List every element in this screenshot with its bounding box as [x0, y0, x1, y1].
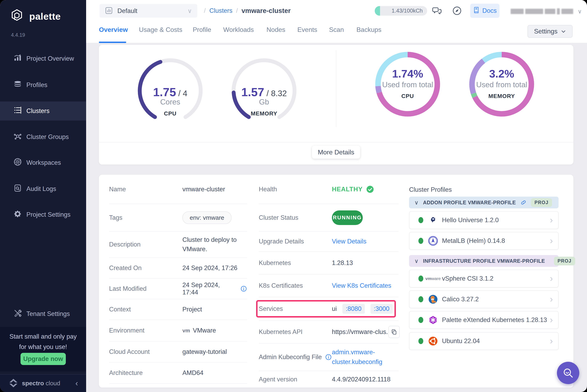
tab-scan[interactable]: Scan: [329, 26, 344, 34]
clusters-icon: [14, 106, 22, 116]
memory-used-value: 1.57: [241, 86, 264, 98]
field-label: Health: [259, 186, 277, 193]
field-label: Last Modified: [109, 285, 146, 292]
tag-chip[interactable]: env: vmware: [182, 212, 231, 224]
collapse-sidebar-icon[interactable]: ‹: [75, 379, 78, 388]
field-label: Kubernetes: [259, 259, 291, 266]
more-details-button[interactable]: More Details: [312, 146, 360, 159]
addon-profile-header[interactable]: ∨ ADDON PROFILE VMWARE-PROFILE PROJ: [409, 196, 558, 208]
top-bar: Default ∨ / Clusters / vmware-cluster 1.…: [86, 0, 587, 43]
cluster-status-badge: RUNNING: [332, 210, 363, 225]
service-port-link-3000[interactable]: :3000: [371, 304, 393, 314]
tab-events[interactable]: Events: [297, 26, 317, 34]
profile-layer-ubuntu[interactable]: Ubuntu 22.04 ›: [409, 332, 558, 350]
profile-layer-vsphere-csi[interactable]: vmware vSphere CSI 3.1.2 ›: [409, 270, 558, 288]
layers-icon: [14, 80, 22, 90]
cpu-used-value: 1.75: [153, 86, 176, 98]
vmware-logo: vm: [182, 328, 190, 334]
chevron-down-icon: [561, 29, 566, 34]
breadcrumb-separator: /: [204, 7, 206, 14]
divider: [99, 142, 573, 142]
memory-donut-subtitle: Used from total: [467, 80, 536, 89]
profile-header-label: ADDON PROFILE VMWARE-PROFILE: [423, 200, 516, 206]
profile-layer-palette-extended-kubernetes[interactable]: Palette eXtended Kubernetes 1.28.13 ›: [409, 311, 558, 329]
link-icon[interactable]: [520, 200, 526, 206]
magnifier-smile-icon: [562, 367, 574, 379]
sidebar-item-project-overview[interactable]: Project Overview: [0, 51, 86, 66]
settings-button[interactable]: Settings: [527, 25, 572, 38]
tab-nodes[interactable]: Nodes: [266, 26, 285, 34]
context-value: Project: [182, 306, 202, 313]
profile-layer-hello-universe[interactable]: Hello Universe 1.2.0 ›: [409, 211, 558, 229]
sidebar-item-label: Clusters: [27, 107, 50, 115]
audit-search-icon: [14, 184, 22, 194]
memory-usage-donut: 3.2% Used from total MEMORY: [467, 50, 536, 119]
cluster-profiles-title: Cluster Profiles: [409, 186, 452, 193]
field-label: Environment: [109, 327, 144, 334]
tools-icon: [14, 309, 22, 319]
service-port-link-8080[interactable]: :8080: [343, 304, 365, 314]
tab-usage-costs[interactable]: Usage & Costs: [139, 26, 182, 34]
sidebar-item-workspaces[interactable]: Workspaces: [0, 155, 86, 171]
copy-icon: [391, 329, 397, 335]
upgrade-promo: Start small and only pay for what you us…: [0, 327, 86, 372]
memory-caption: MEMORY: [229, 109, 299, 118]
upgrade-now-button[interactable]: Upgrade now: [21, 353, 66, 365]
breadcrumb-clusters-link[interactable]: Clusters: [209, 7, 232, 14]
sidebar-item-label: Project Overview: [27, 55, 74, 62]
service-name: ui: [332, 305, 337, 312]
tab-backups[interactable]: Backups: [357, 26, 381, 34]
cluster-name-value: vmware-cluster: [182, 186, 225, 193]
sidebar-footer: spectro cloud ‹: [0, 374, 86, 392]
docs-button[interactable]: Docs: [470, 4, 499, 18]
sidebar-item-tenant-settings[interactable]: Tenant Settings: [0, 306, 86, 322]
sidebar-item-clusters[interactable]: Clusters: [0, 102, 86, 120]
sidebar-item-audit-logs[interactable]: Audit Logs: [0, 181, 86, 197]
sidebar-item-label: Profiles: [27, 81, 47, 89]
explore-compass-button[interactable]: [452, 5, 462, 16]
sidebar-item-label: Workspaces: [27, 159, 61, 166]
sidebar-item-profiles[interactable]: Profiles: [0, 77, 86, 93]
sidebar-item-cluster-groups[interactable]: Cluster Groups: [0, 129, 86, 145]
tab-overview[interactable]: Overview: [99, 26, 128, 34]
memory-gauge: 1.57 / 8.32 Gb MEMORY: [229, 56, 299, 125]
feedback-chat-button[interactable]: [431, 5, 442, 16]
support-search-fab[interactable]: [557, 362, 579, 384]
field-label: Kubernetes API: [259, 328, 303, 336]
kubeconfig-download-link[interactable]: admin.vmware-cluster.kubeconfig: [332, 347, 401, 367]
account-name-redacted: [545, 9, 555, 14]
kubernetes-api-value: https://vmware-clus...: [332, 328, 391, 336]
check-circle-icon: [366, 186, 374, 193]
kubernetes-version-value: 1.28.13: [332, 259, 353, 266]
field-label: Cluster Status: [259, 214, 298, 221]
chevron-down-icon: ∨: [187, 7, 192, 14]
field-label: Architecture: [109, 369, 143, 376]
field-label: Agent version: [259, 376, 297, 383]
account-menu[interactable]: ∨: [511, 7, 582, 16]
app-version: 4.4.19: [11, 32, 25, 38]
vmware-logo: vmware: [427, 276, 439, 281]
breadcrumb-separator: /: [236, 7, 238, 14]
spectro-cloud-logo: [8, 378, 19, 389]
usage-meter-fill: [375, 6, 380, 16]
app-window: palette 4.4.19 Project Overview Profiles…: [0, 0, 587, 392]
chevron-right-icon: ›: [550, 336, 553, 346]
orbit-icon: [14, 158, 22, 168]
view-k8s-certificates-link[interactable]: View K8s Certificates: [332, 282, 391, 289]
sidebar-item-label: Project Settings: [27, 211, 71, 218]
architecture-value: AMD64: [182, 369, 203, 376]
info-icon[interactable]: [325, 354, 332, 360]
infrastructure-profile-header[interactable]: ∨ INFRASTRUCTURE PROFILE VMWARE-PROFILE …: [409, 255, 558, 267]
sidebar: palette 4.4.19 Project Overview Profiles…: [0, 0, 86, 392]
cpu-donut-subtitle: Used from total: [373, 80, 442, 89]
copy-button[interactable]: [388, 326, 400, 338]
profile-layer-calico[interactable]: Calico 3.27.2 ›: [409, 290, 558, 308]
info-icon[interactable]: [240, 285, 247, 292]
tab-profile[interactable]: Profile: [193, 26, 211, 34]
project-selector[interactable]: Default ∨: [100, 4, 197, 18]
divider: [336, 50, 336, 127]
profile-layer-metallb[interactable]: MetalLB (Helm) 0.14.8 ›: [409, 232, 558, 250]
view-details-link[interactable]: View Details: [332, 238, 366, 245]
sidebar-item-project-settings[interactable]: Project Settings: [0, 207, 86, 222]
tab-workloads[interactable]: Workloads: [223, 26, 254, 34]
